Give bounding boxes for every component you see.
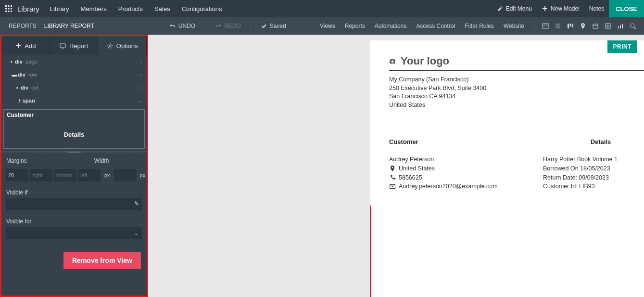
margin-top-input[interactable] <box>6 169 28 181</box>
tree-node-col[interactable]: ▪ div col ‹ <box>1 81 147 94</box>
view-search-icon[interactable] <box>627 17 639 35</box>
customer-column: Customer Audrey Peterson United States 5… <box>389 138 543 191</box>
notes-link[interactable]: Notes <box>584 0 609 17</box>
margin-left-input[interactable] <box>78 169 101 181</box>
secondary-toolbar: REPORTS LIBRARY REPORT UNDO REDO Saved V… <box>0 17 644 35</box>
tab-add[interactable]: Add <box>1 36 50 55</box>
divider <box>251 22 251 30</box>
undo-button[interactable]: UNDO <box>165 17 199 35</box>
svg-line-37 <box>108 47 109 48</box>
nav-configurations[interactable]: Configurations <box>176 0 228 17</box>
view-calendar-icon[interactable] <box>589 17 602 35</box>
width-unit: px <box>138 172 148 178</box>
new-model-label: New Model <box>551 5 580 12</box>
envelope-icon <box>389 183 396 190</box>
margin-bottom-input[interactable] <box>54 169 76 181</box>
svg-point-17 <box>582 25 584 26</box>
element-tree: ▪ div page ‹ ▬ div row ‹ ▪ div col ‹ I s… <box>1 55 147 107</box>
pencil-icon: ✎ <box>134 200 139 207</box>
print-button[interactable]: PRINT <box>607 40 638 53</box>
nav-library[interactable]: Library <box>44 0 75 17</box>
view-list-icon[interactable] <box>552 17 564 35</box>
svg-rect-15 <box>570 24 571 26</box>
report-canvas: PRINT Your logo My Company (San Francisc… <box>148 35 644 297</box>
view-pivot-icon[interactable] <box>602 17 614 35</box>
link-reports[interactable]: Reports <box>340 17 370 35</box>
breadcrumb-reports[interactable]: REPORTS <box>5 23 40 29</box>
saved-indicator: Saved <box>257 17 290 35</box>
camera-icon <box>389 58 396 65</box>
view-graph-icon[interactable] <box>614 17 627 35</box>
visible-for-select[interactable]: ⌄ <box>6 227 142 239</box>
view-form-icon[interactable] <box>539 17 552 35</box>
tab-options[interactable]: Options <box>98 36 147 55</box>
link-filter-rules[interactable]: Filter Rules <box>460 17 499 35</box>
chevron-left-icon: ‹ <box>140 59 142 65</box>
apps-grid-icon[interactable] <box>0 0 17 17</box>
app-brand[interactable]: Library <box>17 5 44 13</box>
svg-rect-7 <box>8 11 10 12</box>
tree-node-row[interactable]: ▬ div row ‹ <box>1 68 147 81</box>
top-navbar: Library Library Members Products Sales C… <box>0 0 644 17</box>
preview-body: Details <box>4 120 144 148</box>
customer-phone: 5856625 <box>399 173 422 182</box>
details-heading: Details <box>505 138 644 145</box>
remove-from-view-button[interactable]: Remove from View <box>63 252 141 269</box>
svg-line-36 <box>111 47 112 48</box>
text-icon: I <box>16 97 23 104</box>
tab-report[interactable]: Report <box>50 36 99 55</box>
edit-menu-label: Edit Menu <box>506 5 532 12</box>
svg-rect-24 <box>620 25 621 28</box>
customer-name: Audrey Peterson <box>389 155 543 164</box>
tree-node-page[interactable]: ▪ div page ‹ <box>1 55 147 68</box>
link-website[interactable]: Website <box>499 17 529 35</box>
redo-icon <box>215 23 222 29</box>
width-input[interactable] <box>114 169 136 181</box>
svg-line-35 <box>108 44 109 44</box>
svg-rect-5 <box>11 8 12 10</box>
divider <box>205 22 205 30</box>
visible-if-input[interactable]: ✎ <box>6 198 142 210</box>
view-kanban-icon[interactable] <box>564 17 577 35</box>
svg-rect-23 <box>618 26 619 28</box>
nav-members[interactable]: Members <box>75 0 113 17</box>
plus-icon <box>15 42 22 49</box>
margin-right-input[interactable] <box>30 169 52 181</box>
link-access-control[interactable]: Access Control <box>411 17 460 35</box>
breadcrumb-library-report[interactable]: LIBRARY REPORT <box>40 23 98 29</box>
link-automations[interactable]: Automations <box>370 17 412 35</box>
gear-icon <box>107 42 114 49</box>
width-label: Width <box>94 157 109 164</box>
svg-rect-25 <box>622 24 623 28</box>
chevron-down-icon: ⌄ <box>138 98 142 103</box>
tree-node-span[interactable]: I span ⌄ <box>1 94 147 107</box>
chevron-left-icon: ‹ <box>140 72 142 77</box>
link-views[interactable]: Views <box>315 17 340 35</box>
margin-unit: px <box>102 172 112 178</box>
svg-point-26 <box>631 24 634 27</box>
report-page[interactable]: Your logo My Company (San Francisco) 250… <box>370 40 644 206</box>
svg-rect-14 <box>568 24 569 28</box>
monitor-icon <box>60 42 66 49</box>
redo-button[interactable]: REDO <box>211 17 245 35</box>
detail-return: Return Date: 09/09/2023 <box>543 173 644 182</box>
new-model-link[interactable]: New Model <box>537 0 584 17</box>
view-map-icon[interactable] <box>577 17 589 35</box>
svg-point-39 <box>391 60 394 63</box>
close-button[interactable]: CLOSE <box>609 0 644 17</box>
chevron-down-icon: ⌄ <box>134 231 138 236</box>
detail-borrowed: Borrowed On 18/05/2023 <box>543 164 644 173</box>
check-icon <box>261 23 267 29</box>
customer-country: United States <box>399 164 435 173</box>
edit-menu-link[interactable]: Edit Menu <box>492 0 537 17</box>
svg-rect-1 <box>8 5 10 7</box>
customer-email: Audrey.peterson2020@example.com <box>399 182 498 191</box>
phone-icon <box>389 174 396 181</box>
undo-icon <box>169 23 176 29</box>
nav-sales[interactable]: Sales <box>149 0 176 17</box>
chevron-left-icon: ‹ <box>140 85 142 90</box>
nav-products[interactable]: Products <box>113 0 149 17</box>
svg-rect-28 <box>60 44 65 47</box>
svg-rect-4 <box>8 8 10 10</box>
selected-element-preview[interactable]: Customer Details <box>3 109 145 149</box>
